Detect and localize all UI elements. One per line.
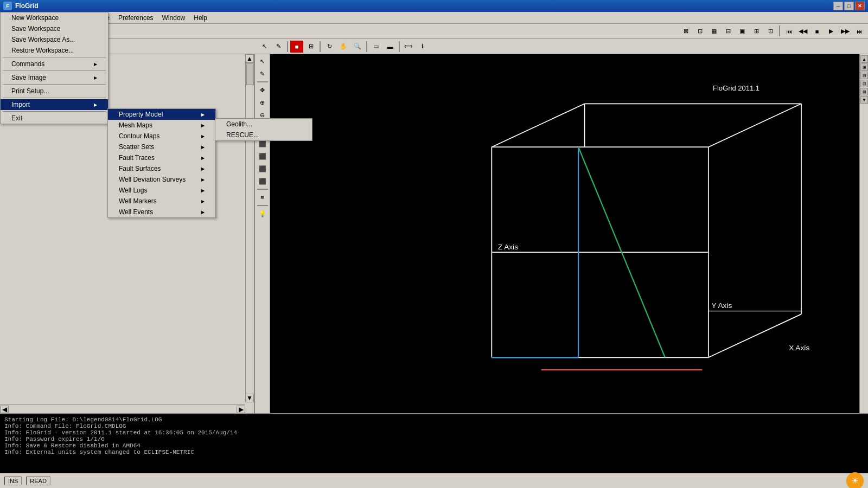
scroll-down-arrow[interactable]: ▼ [245, 394, 254, 402]
viewport: FloGrid 2011.1 [270, 54, 868, 413]
toolbar2-sep2 [320, 41, 321, 52]
menu-sep-4 [3, 98, 106, 98]
import-submenu: Property Model Mesh Maps Contour Maps Sc… [107, 108, 216, 218]
toolbar-next[interactable]: ▶▶ [839, 25, 852, 37]
titlebar: F FloGrid ─ □ ✕ [0, 0, 868, 12]
right-tool-6[interactable]: ▼ [860, 96, 868, 104]
right-tool-strip: ▲ ⊞ ⊟ ⊡ ⊠ ▼ [859, 54, 868, 413]
menu-sep-3 [3, 84, 106, 85]
edit-tool-1[interactable]: ✎ [272, 41, 285, 53]
menu-import[interactable]: Import [1, 99, 108, 110]
toolbar-right-2[interactable]: ⊡ [693, 25, 706, 37]
svg-line-5 [709, 104, 801, 147]
scroll-thumb-v[interactable] [246, 63, 254, 85]
submenu-fault-traces[interactable]: Fault Traces [108, 152, 215, 163]
menu-help[interactable]: Help [189, 13, 212, 23]
tool-sep-4 [257, 205, 268, 206]
toolbar-right-1[interactable]: ⊠ [679, 25, 692, 37]
submenu-well-markers[interactable]: Well Markers [108, 196, 215, 207]
submenu-well-events[interactable]: Well Events [108, 207, 215, 217]
menu-save-workspace[interactable]: Save Workspace [1, 23, 108, 34]
menu-restore-workspace[interactable]: Restore Workspace... [1, 45, 108, 56]
submenu-well-deviation[interactable]: Well Deviation Surveys [108, 174, 215, 185]
toolbar-skip-start[interactable]: ⏮ [782, 25, 795, 37]
submenu-fault-surfaces[interactable]: Fault Surfaces [108, 163, 215, 174]
move-tool[interactable]: ✥ [257, 84, 269, 96]
cursor-tool[interactable]: ↖ [258, 41, 271, 53]
menubar: File Edit View Tools Scene Preferences W… [0, 12, 868, 24]
light-tool[interactable]: 💡 [257, 208, 269, 220]
cube-purple-tool[interactable]: ⬛ [257, 175, 269, 187]
toolbar-play[interactable]: ▶ [825, 25, 838, 37]
toolbar-stop[interactable]: ■ [810, 25, 824, 37]
pencil-tool[interactable]: ✎ [257, 68, 269, 80]
weather-icon: ☀ [846, 472, 864, 489]
submenu-contour-maps[interactable]: Contour Maps [108, 131, 215, 142]
app-logo: F [3, 2, 12, 10]
info-tool[interactable]: ℹ [416, 41, 429, 53]
menu-commands[interactable]: Commands [1, 59, 108, 69]
toolbar-sep-3 [779, 25, 780, 36]
draw-tool-1[interactable]: ■ [290, 41, 303, 53]
svg-text:Z Axis: Z Axis [498, 243, 518, 251]
zoom-in-tool[interactable]: ⊕ [257, 97, 269, 108]
scroll-up-arrow[interactable]: ▲ [245, 54, 254, 63]
svg-text:X Axis: X Axis [789, 344, 809, 352]
submenu-property-model[interactable]: Property Model [108, 109, 215, 120]
cube-red-tool[interactable]: ⬛ [257, 150, 269, 162]
minimize-button[interactable]: ─ [833, 2, 843, 10]
right-tool-4[interactable]: ⊡ [860, 80, 868, 87]
cube-orange-tool[interactable]: ⬛ [257, 163, 269, 175]
pan-tool[interactable]: ✋ [337, 41, 350, 53]
draw-tool-2[interactable]: ⊞ [304, 41, 317, 53]
right-tool-1[interactable]: ▲ [860, 55, 868, 63]
toolbar-1: ▲ ⊞ ▶▶ ⊡ ≡ ⊠ ⊡ ▦ ⊟ ▣ ⊞ ⊡ ⏮ ◀◀ ■ ▶ ▶▶ ⏭ [0, 24, 868, 39]
svg-line-4 [492, 104, 584, 147]
console-line-1: Starting Log File: D:\legend0814\FloGrid… [4, 416, 864, 423]
menu-new-workspace[interactable]: New Workspace [1, 12, 108, 23]
submenu-well-logs[interactable]: Well Logs [108, 185, 215, 196]
left-vertical-toolbar: ↖ ✎ ✥ ⊕ ⊖ ⬛ ⬛ ⬛ ⬛ ⬛ ≡ 💡 [255, 54, 270, 413]
menu-save-image[interactable]: Save Image [1, 72, 108, 83]
statusbar-right: ☀ [846, 472, 864, 489]
tool-sep-1 [257, 81, 268, 82]
menu-save-workspace-as[interactable]: Save Workspace As... [1, 34, 108, 45]
submenu-rescue[interactable]: RESCUE... [215, 130, 312, 140]
frame-tool-1[interactable]: ▭ [369, 41, 382, 53]
submenu-mesh-maps[interactable]: Mesh Maps [108, 120, 215, 131]
list-tool[interactable]: ≡ [257, 191, 269, 203]
menu-exit[interactable]: Exit [1, 113, 108, 124]
scroll-right-arrow[interactable]: ▶ [237, 406, 245, 413]
menu-sep-1 [3, 57, 106, 57]
status-read: READ [26, 477, 50, 485]
app-title: FloGrid [15, 2, 39, 10]
right-tool-5[interactable]: ⊠ [860, 88, 868, 95]
frame-tool-2[interactable]: ▬ [384, 41, 397, 53]
toolbar-right-6[interactable]: ⊞ [750, 25, 763, 37]
svg-text:Y Axis: Y Axis [712, 301, 732, 310]
toolbar-right-4[interactable]: ⊟ [722, 25, 735, 37]
submenu-scatter-sets[interactable]: Scatter Sets [108, 142, 215, 152]
toolbar2-sep1 [287, 41, 288, 52]
scroll-left-arrow[interactable]: ◀ [0, 406, 9, 413]
toolbar-right-5[interactable]: ▣ [736, 25, 749, 37]
right-tool-3[interactable]: ⊟ [860, 72, 868, 79]
right-tool-2[interactable]: ⊞ [860, 63, 868, 71]
menu-window[interactable]: Window [158, 13, 190, 23]
toolbar-right-7[interactable]: ⊡ [764, 25, 777, 37]
menu-preferences[interactable]: Preferences [114, 13, 158, 23]
rotate-tool[interactable]: ↻ [323, 41, 336, 53]
submenu-geolith[interactable]: Geolith... [215, 119, 312, 130]
cursor-select-tool[interactable]: ↖ [257, 55, 269, 67]
toolbar-prev[interactable]: ◀◀ [796, 25, 809, 37]
measure-tool[interactable]: ⟺ [402, 41, 415, 53]
close-button[interactable]: ✕ [855, 2, 865, 10]
file-menu: New Workspace Save Workspace Save Worksp… [0, 12, 108, 124]
console-line-5: Info: Save & Restore disabled in AMD64 [4, 442, 864, 449]
toolbar-right-3[interactable]: ▦ [707, 25, 720, 37]
restore-button[interactable]: □ [844, 2, 854, 10]
console: Starting Log File: D:\legend0814\FloGrid… [0, 413, 868, 473]
zoom-tool[interactable]: 🔍 [351, 41, 364, 53]
menu-print-setup[interactable]: Print Setup... [1, 86, 108, 97]
toolbar-skip-end[interactable]: ⏭ [853, 25, 866, 37]
